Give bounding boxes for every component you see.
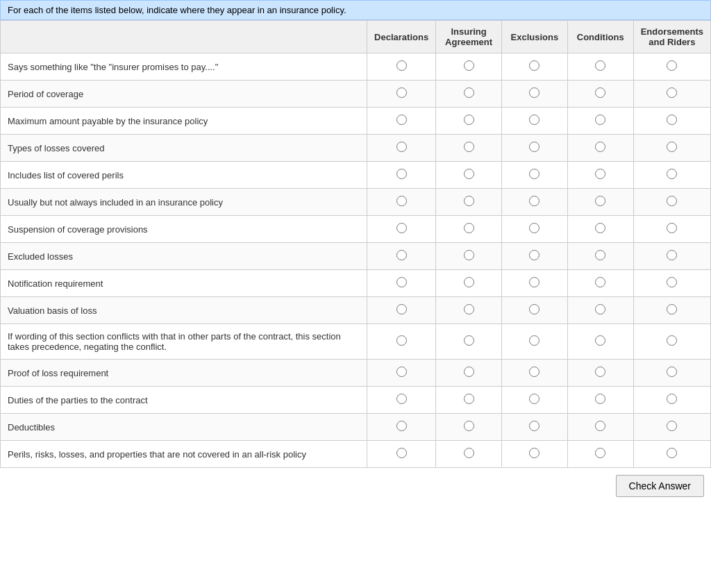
radio-insuring_agreement-row-6[interactable]	[464, 196, 474, 206]
radio-cell-exclusions[interactable]	[501, 81, 567, 108]
radio-cell-endorsements[interactable]	[633, 108, 710, 135]
radio-endorsements-row-15[interactable]	[667, 448, 677, 458]
radio-cell-conditions[interactable]	[567, 108, 633, 135]
radio-cell-insuring_agreement[interactable]	[436, 324, 502, 360]
radio-conditions-row-8[interactable]	[595, 250, 605, 260]
radio-cell-exclusions[interactable]	[501, 387, 567, 414]
radio-declarations-row-9[interactable]	[396, 277, 407, 287]
radio-cell-insuring_agreement[interactable]	[436, 441, 502, 468]
radio-cell-exclusions[interactable]	[501, 324, 567, 360]
radio-cell-insuring_agreement[interactable]	[436, 270, 502, 297]
radio-cell-exclusions[interactable]	[501, 216, 567, 243]
radio-insuring_agreement-row-9[interactable]	[464, 277, 474, 287]
radio-cell-insuring_agreement[interactable]	[436, 53, 502, 81]
radio-cell-conditions[interactable]	[567, 270, 633, 297]
radio-endorsements-row-14[interactable]	[667, 421, 677, 431]
radio-conditions-row-6[interactable]	[595, 196, 605, 206]
radio-exclusions-row-9[interactable]	[529, 277, 539, 287]
radio-endorsements-row-9[interactable]	[667, 277, 677, 287]
radio-cell-endorsements[interactable]	[633, 441, 710, 468]
radio-cell-conditions[interactable]	[567, 441, 633, 468]
radio-declarations-row-10[interactable]	[396, 304, 407, 314]
radio-cell-exclusions[interactable]	[501, 108, 567, 135]
radio-cell-exclusions[interactable]	[501, 243, 567, 270]
radio-cell-conditions[interactable]	[567, 216, 633, 243]
radio-insuring_agreement-row-3[interactable]	[464, 115, 474, 125]
radio-exclusions-row-13[interactable]	[529, 394, 539, 404]
radio-cell-declarations[interactable]	[367, 387, 436, 414]
radio-cell-exclusions[interactable]	[501, 162, 567, 189]
radio-cell-exclusions[interactable]	[501, 189, 567, 216]
radio-insuring_agreement-row-14[interactable]	[464, 421, 474, 431]
radio-cell-conditions[interactable]	[567, 189, 633, 216]
radio-exclusions-row-1[interactable]	[529, 60, 539, 71]
radio-endorsements-row-4[interactable]	[667, 142, 677, 152]
radio-cell-declarations[interactable]	[367, 414, 436, 441]
radio-cell-declarations[interactable]	[367, 53, 436, 81]
radio-endorsements-row-10[interactable]	[667, 304, 677, 314]
radio-cell-insuring_agreement[interactable]	[436, 189, 502, 216]
radio-cell-declarations[interactable]	[367, 441, 436, 468]
radio-cell-endorsements[interactable]	[633, 360, 710, 387]
radio-conditions-row-2[interactable]	[595, 87, 605, 98]
radio-exclusions-row-5[interactable]	[529, 169, 539, 179]
radio-cell-exclusions[interactable]	[501, 297, 567, 324]
radio-cell-conditions[interactable]	[567, 135, 633, 162]
radio-cell-exclusions[interactable]	[501, 360, 567, 387]
radio-cell-exclusions[interactable]	[501, 441, 567, 468]
radio-conditions-row-4[interactable]	[595, 142, 605, 152]
radio-conditions-row-3[interactable]	[595, 115, 605, 125]
radio-cell-conditions[interactable]	[567, 360, 633, 387]
radio-cell-endorsements[interactable]	[633, 243, 710, 270]
radio-cell-conditions[interactable]	[567, 387, 633, 414]
radio-insuring_agreement-row-4[interactable]	[464, 142, 474, 152]
radio-exclusions-row-10[interactable]	[529, 304, 539, 314]
radio-cell-conditions[interactable]	[567, 81, 633, 108]
radio-declarations-row-8[interactable]	[396, 250, 407, 260]
radio-insuring_agreement-row-1[interactable]	[464, 60, 474, 71]
radio-cell-insuring_agreement[interactable]	[436, 108, 502, 135]
radio-insuring_agreement-row-7[interactable]	[464, 223, 474, 233]
radio-cell-declarations[interactable]	[367, 81, 436, 108]
radio-insuring_agreement-row-13[interactable]	[464, 394, 474, 404]
radio-exclusions-row-4[interactable]	[529, 142, 539, 152]
radio-declarations-row-7[interactable]	[396, 223, 407, 233]
radio-conditions-row-14[interactable]	[595, 421, 605, 431]
radio-cell-exclusions[interactable]	[501, 414, 567, 441]
radio-exclusions-row-11[interactable]	[529, 335, 539, 346]
radio-cell-endorsements[interactable]	[633, 414, 710, 441]
radio-cell-endorsements[interactable]	[633, 189, 710, 216]
radio-cell-declarations[interactable]	[367, 324, 436, 360]
radio-cell-insuring_agreement[interactable]	[436, 162, 502, 189]
radio-conditions-row-9[interactable]	[595, 277, 605, 287]
radio-cell-conditions[interactable]	[567, 324, 633, 360]
radio-insuring_agreement-row-8[interactable]	[464, 250, 474, 260]
radio-exclusions-row-2[interactable]	[529, 87, 539, 98]
radio-endorsements-row-7[interactable]	[667, 223, 677, 233]
radio-endorsements-row-6[interactable]	[667, 196, 677, 206]
radio-cell-endorsements[interactable]	[633, 53, 710, 81]
radio-exclusions-row-6[interactable]	[529, 196, 539, 206]
radio-exclusions-row-3[interactable]	[529, 115, 539, 125]
radio-cell-conditions[interactable]	[567, 297, 633, 324]
radio-cell-endorsements[interactable]	[633, 216, 710, 243]
radio-cell-conditions[interactable]	[567, 53, 633, 81]
radio-conditions-row-10[interactable]	[595, 304, 605, 314]
radio-cell-declarations[interactable]	[367, 108, 436, 135]
radio-insuring_agreement-row-15[interactable]	[464, 448, 474, 458]
radio-cell-conditions[interactable]	[567, 414, 633, 441]
radio-declarations-row-2[interactable]	[396, 87, 407, 98]
radio-insuring_agreement-row-2[interactable]	[464, 87, 474, 98]
radio-endorsements-row-11[interactable]	[667, 335, 677, 346]
radio-exclusions-row-12[interactable]	[529, 367, 539, 377]
radio-exclusions-row-14[interactable]	[529, 421, 539, 431]
radio-cell-exclusions[interactable]	[501, 53, 567, 81]
radio-endorsements-row-13[interactable]	[667, 394, 677, 404]
radio-endorsements-row-5[interactable]	[667, 169, 677, 179]
radio-insuring_agreement-row-11[interactable]	[464, 335, 474, 346]
radio-cell-insuring_agreement[interactable]	[436, 297, 502, 324]
radio-conditions-row-12[interactable]	[595, 367, 605, 377]
radio-endorsements-row-8[interactable]	[667, 250, 677, 260]
radio-cell-endorsements[interactable]	[633, 81, 710, 108]
radio-cell-declarations[interactable]	[367, 162, 436, 189]
